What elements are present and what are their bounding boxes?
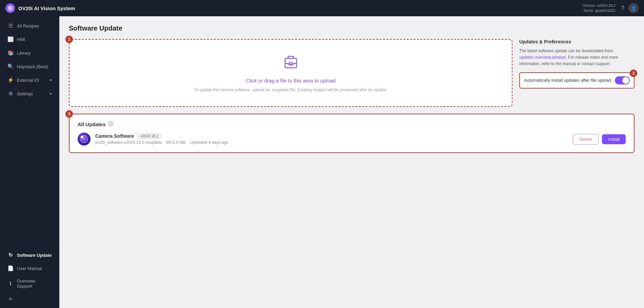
- help-icon[interactable]: ?: [621, 5, 624, 12]
- sidebar-item-library[interactable]: 📚 Library: [2, 46, 57, 59]
- main-layout: ☰ All Recipes ⬜ HMI 📚 Library 🔍 Haystack…: [0, 16, 644, 308]
- header-icons: ? 👤: [621, 3, 639, 13]
- sidebar-label-library: Library: [17, 51, 31, 56]
- hmi-icon: ⬜: [7, 36, 14, 42]
- recipes-icon: ☰: [7, 23, 14, 29]
- chevron-settings-icon: ▾: [50, 92, 52, 96]
- sidebar-label-settings: Settings: [17, 91, 33, 96]
- header-right: Version: v2024.18.2 Serial: gsab651621 ?…: [583, 3, 639, 14]
- preferences-title: Updates & Preferences: [519, 39, 635, 44]
- sidebar-collapse-button[interactable]: ≡: [2, 292, 57, 305]
- upload-dropzone[interactable]: Click or drag a file to this area to upl…: [69, 39, 512, 107]
- upload-section: 1 Click or drag a file to this area to u…: [69, 39, 512, 107]
- updates-section: 3 All Updates ⓘ: [69, 114, 635, 153]
- sidebar-label-haystack: Haystack (Beta): [17, 64, 48, 69]
- sidebar-label-software-update: Software Update: [17, 253, 52, 258]
- software-update-icon: ↻: [7, 252, 14, 258]
- update-uploaded: Uploaded 4 days ago: [190, 140, 228, 145]
- top-row: 1 Click or drag a file to this area to u…: [69, 39, 635, 107]
- header-left: OV20i AI Vision System: [5, 3, 75, 13]
- sidebar-item-user-manual[interactable]: 📄 User Manual: [2, 262, 57, 275]
- sidebar-label-user-manual: User Manual: [17, 266, 42, 271]
- svg-point-1: [9, 7, 11, 9]
- toggle-knob: [622, 77, 629, 84]
- update-actions: Delete Install: [573, 134, 626, 145]
- external-io-icon: ⚡: [7, 77, 14, 83]
- updates-title: All Updates: [78, 121, 106, 127]
- sidebar-label-all-recipes: All Recipes: [17, 23, 39, 28]
- install-button[interactable]: Install: [602, 134, 626, 144]
- auto-install-label: Automatically install updates after file…: [524, 78, 611, 83]
- upload-main-text: Click or drag a file to this area to upl…: [246, 78, 335, 83]
- updates-header: All Updates ⓘ: [78, 121, 626, 127]
- sidebar-label-support: Overview Support: [17, 278, 52, 289]
- logo-icon: [5, 3, 15, 13]
- delete-button[interactable]: Delete: [573, 134, 599, 145]
- library-icon: 📚: [7, 50, 14, 56]
- version-label: Version: v2024.18.2: [583, 3, 616, 8]
- svg-rect-2: [285, 58, 297, 68]
- sidebar-item-external-io[interactable]: ⚡ External IO ▾: [2, 74, 57, 86]
- step-3-badge: 3: [65, 110, 73, 118]
- sidebar-bottom: ↻ Software Update 📄 User Manual ℹ Overvi…: [0, 245, 59, 305]
- auto-install-toggle-row: Automatically install updates after file…: [519, 72, 635, 89]
- update-meta: ov20i_software-v2024.18.2.ovupdate 5672.…: [95, 140, 568, 145]
- updates-box: All Updates ⓘ: [69, 114, 635, 153]
- top-header: OV20i AI Vision System Version: v2024.18…: [0, 0, 644, 16]
- support-icon: ℹ: [7, 281, 14, 287]
- step-2-badge: 2: [630, 70, 637, 77]
- settings-icon: ⚙: [7, 91, 14, 97]
- info-icon: ⓘ: [108, 121, 113, 127]
- sidebar-label-external-io: External IO: [17, 78, 39, 83]
- preferences-panel: Updates & Preferences The latest softwar…: [519, 39, 635, 107]
- upload-inbox-icon: [282, 54, 299, 74]
- sidebar-item-software-update[interactable]: ↻ Software Update: [2, 249, 57, 262]
- sidebar-item-haystack[interactable]: 🔍 Haystack (Beta): [2, 60, 57, 73]
- avatar[interactable]: 👤: [628, 3, 639, 13]
- app-title: OV20i AI Vision System: [18, 5, 75, 11]
- update-name: Camera Software: [95, 133, 134, 139]
- preferences-description: The latest software update can be downlo…: [519, 48, 635, 68]
- chevron-down-icon: ▾: [50, 78, 52, 82]
- update-name-row: Camera Software v2024.18.2: [95, 133, 568, 139]
- serial-label: Serial: gsab651621: [583, 8, 616, 13]
- user-manual-icon: 📄: [7, 265, 14, 271]
- sidebar-label-hmi: HMI: [17, 37, 25, 42]
- page-title: Software Update: [69, 24, 635, 32]
- update-item: Camera Software v2024.18.2 ov20i_softwar…: [78, 133, 626, 146]
- sidebar-item-all-recipes[interactable]: ☰ All Recipes: [2, 19, 57, 32]
- step-1-badge: 1: [65, 36, 73, 43]
- sidebar-item-overview-support[interactable]: ℹ Overview Support: [2, 275, 57, 292]
- upload-sub-text: To update the camera software, upload an…: [194, 88, 387, 92]
- software-avatar: [78, 133, 90, 146]
- haystack-icon: 🔍: [7, 63, 14, 70]
- sidebar-item-settings[interactable]: ⚙ Settings ▾: [2, 87, 57, 100]
- collapse-icon: ≡: [7, 296, 14, 302]
- auto-install-toggle[interactable]: [615, 76, 630, 84]
- sidebar: ☰ All Recipes ⬜ HMI 📚 Library 🔍 Haystack…: [0, 16, 59, 308]
- update-size: 5672.0 MB: [166, 140, 186, 145]
- version-badge: v2024.18.2: [137, 133, 161, 139]
- update-filename: ov20i_software-v2024.18.2.ovupdate: [95, 140, 162, 145]
- version-info: Version: v2024.18.2 Serial: gsab651621: [583, 3, 616, 14]
- content-area: Software Update 1 Click or drag a file t…: [59, 16, 644, 308]
- preferences-link[interactable]: updates.overview.ai/latest: [519, 55, 566, 60]
- svg-point-7: [81, 136, 83, 138]
- update-info: Camera Software v2024.18.2 ov20i_softwar…: [95, 133, 568, 145]
- sidebar-item-hmi[interactable]: ⬜ HMI: [2, 33, 57, 46]
